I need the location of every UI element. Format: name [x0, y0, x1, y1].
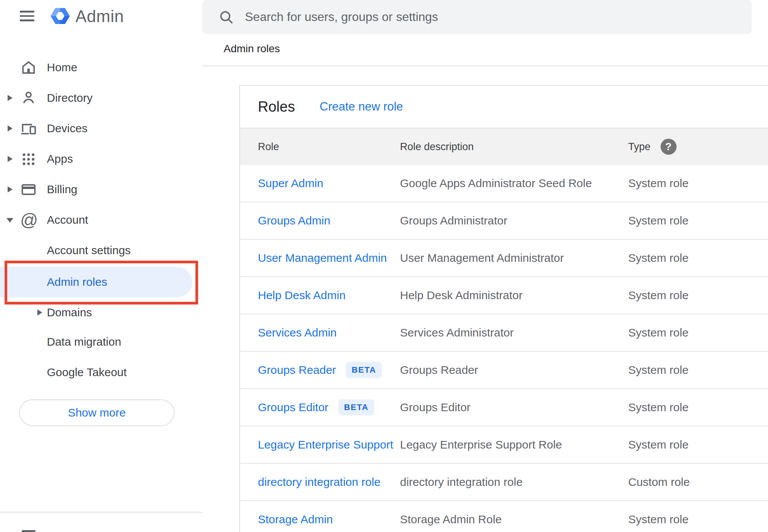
product-name: Admin	[75, 7, 124, 26]
sidebar-item-label: Google Takeout	[47, 366, 127, 379]
roles-card: Roles Create new role Role Role descript…	[239, 85, 768, 532]
sidebar-item-admin-roles[interactable]: Admin roles	[0, 267, 192, 297]
google-admin-console: Admin Admin roles Home Direct	[0, 0, 768, 532]
role-link[interactable]: Super Admin	[258, 177, 323, 190]
sidebar-item-label: Account	[47, 213, 88, 226]
role-link[interactable]: Groups Reader	[258, 364, 336, 377]
sidebar-item-account-settings[interactable]: Account settings	[0, 235, 202, 266]
column-header-description: Role description	[400, 141, 474, 153]
role-type: System role	[628, 326, 688, 339]
role-type: System role	[628, 214, 688, 227]
column-header-type: Type ?	[628, 139, 677, 155]
breadcrumb-page-title: Admin roles	[224, 43, 280, 55]
admin-logo-icon	[49, 4, 72, 28]
role-type: Custom role	[628, 476, 690, 489]
table-row: Super Admin Google Apps Administrator Se…	[240, 165, 768, 202]
search-icon	[218, 9, 234, 27]
header-divider	[202, 66, 768, 66]
home-icon	[20, 59, 37, 76]
role-description: User Management Administrator	[400, 252, 564, 264]
table-row: Legacy Enterprise Support Legacy Enterpr…	[240, 426, 768, 464]
roles-card-header: Roles Create new role	[240, 86, 768, 128]
sidebar-item-billing[interactable]: Billing	[0, 174, 202, 205]
role-type: System role	[628, 364, 688, 377]
expand-arrow-icon[interactable]	[8, 125, 13, 131]
role-description: Legacy Enterprise Support Role	[400, 438, 562, 451]
sidebar-item-domains[interactable]: Domains	[0, 297, 202, 328]
sidebar-item-data-migration[interactable]: Data migration	[0, 327, 202, 357]
sidebar-item-label: Apps	[47, 152, 73, 165]
expand-arrow-icon[interactable]	[8, 156, 13, 162]
at-sign-icon: @	[20, 212, 37, 228]
menu-icon[interactable]	[20, 11, 34, 21]
role-link[interactable]: Storage Admin	[258, 513, 333, 526]
role-link[interactable]: Groups Editor	[258, 401, 328, 414]
table-row: directory integration role directory int…	[240, 464, 768, 501]
table-row: User Management Admin User Management Ad…	[240, 240, 768, 277]
sidebar-item-directory[interactable]: Directory	[0, 83, 202, 113]
person-icon	[20, 90, 37, 106]
expand-arrow-icon[interactable]	[37, 309, 42, 316]
table-row: Services Admin Services Administrator Sy…	[240, 314, 768, 352]
table-row: Help Desk Admin Help Desk Administrator …	[240, 277, 768, 314]
sidebar-item-label: Devices	[47, 122, 88, 135]
role-type: System role	[628, 401, 688, 414]
sidebar-item-label: Directory	[47, 91, 93, 104]
role-link[interactable]: User Management Admin	[258, 252, 387, 264]
devices-icon	[20, 120, 37, 137]
role-description: Help Desk Administrator	[400, 289, 523, 302]
column-header-role: Role	[258, 141, 279, 153]
role-link[interactable]: Help Desk Admin	[258, 289, 346, 302]
role-type: System role	[628, 289, 688, 302]
sidebar-item-label: Home	[47, 61, 77, 74]
collapse-arrow-icon[interactable]	[6, 218, 13, 223]
cutoff-sidebar-icon	[22, 530, 35, 532]
table-row: Groups Editor BETA Groups Editor System …	[240, 389, 768, 426]
table-row: Storage Admin Storage Admin Role System …	[240, 501, 768, 532]
role-type: System role	[628, 513, 688, 526]
role-link[interactable]: directory integration role	[258, 476, 381, 489]
role-link[interactable]: Legacy Enterprise Support	[258, 438, 393, 451]
role-description: Google Apps Administrator Seed Role	[400, 177, 592, 190]
role-link[interactable]: Groups Admin	[258, 214, 330, 227]
sidebar-item-account[interactable]: @ Account	[0, 205, 202, 235]
credit-card-icon	[20, 181, 37, 198]
beta-badge: BETA	[346, 362, 382, 378]
sidebar-item-google-takeout[interactable]: Google Takeout	[0, 357, 202, 388]
role-description: Groups Editor	[400, 401, 470, 414]
beta-badge: BETA	[338, 399, 374, 415]
create-new-role-link[interactable]: Create new role	[320, 100, 403, 114]
role-description: directory integration role	[400, 476, 523, 489]
expand-arrow-icon[interactable]	[8, 95, 13, 101]
role-type: System role	[628, 438, 688, 451]
sidebar-item-label: Domains	[47, 306, 92, 319]
search-input[interactable]	[245, 0, 740, 34]
apps-grid-icon	[20, 151, 37, 167]
sidebar-item-label: Account settings	[47, 244, 131, 257]
table-row: Groups Reader BETA Groups Reader System …	[240, 352, 768, 389]
help-icon[interactable]: ?	[661, 139, 677, 155]
sidebar-item-label: Billing	[47, 183, 77, 196]
role-description: Groups Reader	[400, 364, 478, 377]
sidebar-divider	[0, 512, 202, 513]
expand-arrow-icon[interactable]	[8, 186, 13, 192]
sidebar-item-label: Admin roles	[47, 276, 107, 288]
search-bar[interactable]	[202, 0, 752, 34]
table-row: Groups Admin Groups Administrator System…	[240, 202, 768, 240]
show-more-button[interactable]: Show more	[19, 399, 174, 426]
role-link[interactable]: Services Admin	[258, 326, 337, 339]
role-description: Storage Admin Role	[400, 513, 502, 526]
role-type: System role	[628, 252, 688, 264]
role-type: System role	[628, 177, 688, 190]
role-description: Groups Administrator	[400, 214, 507, 227]
role-description: Services Administrator	[400, 326, 514, 339]
sidebar-item-apps[interactable]: Apps	[0, 144, 202, 174]
sidebar-item-devices[interactable]: Devices	[0, 113, 202, 144]
sidebar-item-label: Data migration	[47, 335, 121, 348]
sidebar-item-home[interactable]: Home	[0, 52, 202, 83]
card-title: Roles	[258, 99, 295, 115]
table-header-row: Role Role description Type ?	[240, 128, 768, 165]
